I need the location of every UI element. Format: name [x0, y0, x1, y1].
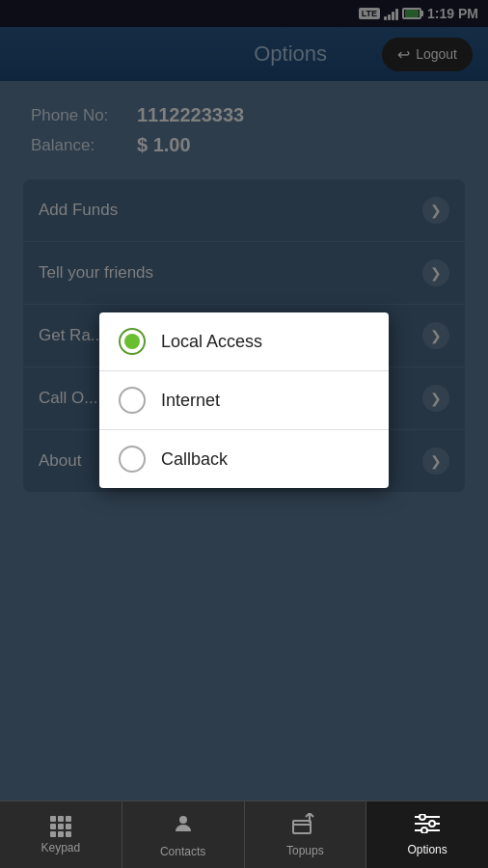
- nav-item-topups[interactable]: Topups: [245, 801, 367, 868]
- svg-rect-1: [293, 821, 311, 833]
- radio-inner-local-access: [124, 334, 140, 349]
- modal-overlay[interactable]: Local Access Internet Callback: [0, 0, 488, 800]
- radio-label-local-access: Local Access: [161, 332, 262, 352]
- nav-item-keypad[interactable]: Keypad: [0, 801, 122, 868]
- bottom-nav: Keypad Contacts Topups: [0, 800, 488, 868]
- svg-point-5: [420, 814, 425, 820]
- svg-point-0: [179, 816, 187, 824]
- svg-point-7: [429, 821, 435, 827]
- nav-item-options[interactable]: Options: [366, 801, 488, 868]
- radio-option-local-access[interactable]: Local Access: [99, 312, 389, 371]
- radio-circle-internet: [119, 387, 146, 414]
- nav-label-contacts: Contacts: [160, 845, 205, 858]
- contacts-icon: [172, 812, 195, 841]
- radio-circle-local-access: [119, 328, 146, 355]
- svg-point-9: [421, 827, 427, 833]
- nav-label-topups: Topups: [286, 844, 324, 857]
- radio-circle-callback: [119, 446, 146, 473]
- keypad-icon: [50, 816, 71, 837]
- radio-label-callback: Callback: [161, 449, 228, 470]
- radio-modal: Local Access Internet Callback: [99, 312, 389, 488]
- options-icon: [415, 814, 440, 839]
- nav-label-options: Options: [407, 843, 447, 856]
- radio-label-internet: Internet: [161, 391, 220, 411]
- radio-option-internet[interactable]: Internet: [99, 371, 389, 430]
- radio-option-callback[interactable]: Callback: [99, 430, 389, 488]
- nav-item-contacts[interactable]: Contacts: [122, 801, 245, 868]
- topups-icon: [292, 813, 317, 840]
- nav-label-keypad: Keypad: [41, 841, 81, 854]
